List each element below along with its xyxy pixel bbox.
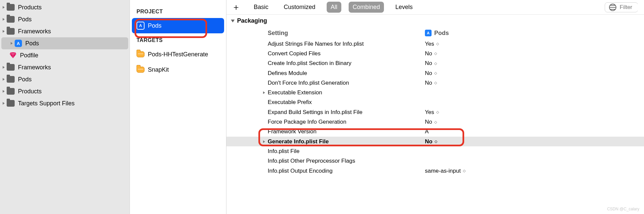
setting-row[interactable]: Create Info.plist Section in BinaryNo◇ (226, 59, 644, 68)
nav-item-pods[interactable]: Pods (0, 13, 130, 25)
table-header: Setting A Pods (226, 27, 644, 39)
nav-label: Pods (18, 76, 32, 83)
setting-name: Force Package Info Generation (226, 119, 425, 125)
setting-row[interactable]: Executable Extension (226, 88, 644, 97)
setting-name: Defines Module (226, 70, 425, 77)
ruby-icon (9, 52, 17, 59)
setting-value[interactable]: No◇ (425, 138, 644, 145)
setting-row[interactable]: Expand Build Settings in Info.plist File… (226, 107, 644, 117)
folder-icon (7, 76, 15, 83)
dropdown-icon: ◇ (436, 42, 438, 46)
setting-row[interactable]: Framework VersionA (226, 127, 644, 137)
dropdown-icon: ◇ (434, 61, 436, 66)
target-row-snapkit[interactable]: SnapKit (132, 62, 224, 77)
setting-value[interactable]: A (425, 128, 644, 135)
setting-row[interactable]: Defines ModuleNo◇ (226, 68, 644, 78)
filter-icon (609, 4, 616, 11)
setting-name: Generate Info.plist File (226, 138, 425, 145)
settings-table: Setting A Pods Adjust Strings File Names… (226, 27, 644, 176)
folder-icon (7, 16, 15, 23)
folder-icon (7, 64, 15, 71)
setting-name: Convert Copied Files (226, 50, 425, 57)
setting-name: Info.plist Output Encoding (226, 168, 425, 174)
setting-row[interactable]: Executable Prefix (226, 98, 644, 107)
nav-label: Pods (25, 40, 39, 47)
setting-value[interactable]: Yes◇ (425, 109, 644, 116)
target-icon (137, 51, 145, 57)
setting-name: Don't Force Info.plist Generation (226, 80, 425, 86)
setting-name: Framework Version (226, 128, 425, 135)
add-icon[interactable]: ＋ (230, 1, 242, 13)
nav-label: Frameworks (18, 28, 51, 35)
nav-item-frameworks[interactable]: Frameworks (0, 61, 130, 73)
project-targets-list: PROJECT A Pods TARGETS Pods-HHTestGenera… (130, 0, 226, 214)
target-label: SnapKit (148, 66, 169, 73)
nav-item-targets-support-files[interactable]: Targets Support Files (0, 97, 130, 109)
nav-item-products[interactable]: Products (0, 85, 130, 97)
nav-item-podfile[interactable]: Podfile (0, 49, 130, 61)
setting-row[interactable]: Generate Info.plist FileNo◇ (226, 137, 644, 146)
nav-label: Targets Support Files (18, 100, 75, 107)
setting-name: Expand Build Settings in Info.plist File (226, 109, 425, 116)
navigator-sidebar: ProductsPodsFrameworksPodsPodfileFramewo… (0, 0, 130, 214)
project-row-pods[interactable]: A Pods (132, 18, 224, 33)
scope-levels[interactable]: Levels (391, 2, 417, 13)
disclosure-icon[interactable] (262, 89, 266, 96)
setting-value[interactable]: No◇ (425, 70, 644, 77)
setting-name: Adjust Strings File Names for Info.plist (226, 41, 425, 47)
setting-row[interactable]: Convert Copied FilesNo◇ (226, 49, 644, 58)
disclosure-icon[interactable] (1, 5, 6, 10)
filter-field[interactable] (605, 2, 638, 12)
setting-value[interactable]: Yes◇ (425, 41, 644, 47)
setting-value[interactable]: No◇ (425, 119, 644, 125)
disclosure-icon[interactable] (1, 65, 6, 70)
disclosure-icon[interactable] (262, 138, 266, 145)
nav-label: Frameworks (18, 64, 51, 71)
folder-icon (7, 28, 15, 35)
nav-label: Products (18, 4, 42, 11)
scope-basic[interactable]: Basic (250, 2, 272, 13)
setting-value[interactable]: same-as-input◇ (425, 168, 644, 174)
setting-value[interactable]: No◇ (425, 50, 644, 57)
disclosure-icon[interactable] (1, 17, 6, 22)
folder-icon (7, 88, 15, 95)
setting-name: Info.plist Other Preprocessor Flags (226, 158, 425, 164)
dropdown-icon: ◇ (463, 169, 465, 173)
nav-item-products[interactable]: Products (0, 1, 130, 13)
filter-input[interactable] (620, 4, 638, 11)
section-packaging-header[interactable]: Packaging (226, 15, 644, 27)
setting-row[interactable]: Don't Force Info.plist GenerationNo◇ (226, 78, 644, 88)
target-label: Pods-HHTestGenerate (148, 51, 208, 58)
project-icon: A (425, 30, 432, 36)
nav-item-frameworks[interactable]: Frameworks (0, 25, 130, 37)
disclosure-icon[interactable] (9, 41, 14, 46)
setting-row[interactable]: Info.plist Other Preprocessor Flags (226, 156, 644, 166)
dropdown-icon: ◇ (434, 81, 436, 85)
dropdown-icon: ◇ (434, 71, 436, 75)
disclosure-icon[interactable] (1, 29, 6, 34)
nav-label: Pods (18, 16, 32, 23)
folder-icon (7, 4, 15, 11)
targets-header: TARGETS (132, 33, 224, 47)
setting-row[interactable]: Adjust Strings File Names for Info.plist… (226, 39, 644, 49)
dropdown-icon: ◇ (434, 51, 436, 56)
target-row-pods-hhtestgenerate[interactable]: Pods-HHTestGenerate (132, 47, 224, 62)
setting-value[interactable]: No◇ (425, 60, 644, 67)
nav-item-pods[interactable]: Pods (0, 73, 130, 85)
scope-customized[interactable]: Customized (280, 2, 319, 13)
nav-item-pods[interactable]: Pods (1, 37, 128, 49)
setting-row[interactable]: Info.plist Output Encodingsame-as-input◇ (226, 166, 644, 176)
scope-combined[interactable]: Combined (349, 2, 384, 13)
setting-name: Executable Extension (226, 89, 425, 96)
setting-row[interactable]: Info.plist File (226, 146, 644, 156)
disclosure-icon[interactable] (1, 89, 6, 94)
disclosure-icon[interactable] (1, 77, 6, 82)
setting-row[interactable]: Force Package Info GenerationNo◇ (226, 117, 644, 127)
disclosure-icon[interactable] (1, 101, 6, 106)
setting-value[interactable]: No◇ (425, 80, 644, 86)
project-icon: A (137, 22, 145, 30)
folder-icon (7, 100, 15, 107)
nav-label: Products (18, 88, 42, 95)
scope-all[interactable]: All (327, 2, 341, 13)
col-value-header: A Pods (425, 30, 644, 37)
